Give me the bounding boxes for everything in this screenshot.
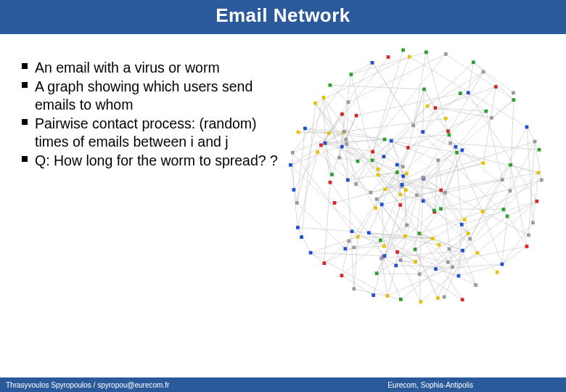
bullet-marker-icon (22, 82, 28, 88)
svg-line-300 (473, 62, 513, 100)
svg-rect-342 (369, 191, 372, 195)
bullet-text: An email with a virus or worm (35, 60, 220, 75)
svg-rect-458 (472, 60, 475, 64)
svg-rect-380 (371, 158, 374, 162)
svg-rect-403 (355, 114, 358, 118)
svg-line-50 (402, 163, 483, 187)
svg-line-245 (382, 258, 388, 296)
svg-rect-455 (408, 55, 411, 59)
svg-rect-382 (490, 116, 493, 120)
slide-title: Email Network (216, 4, 350, 26)
svg-line-237 (401, 205, 463, 299)
svg-rect-362 (346, 179, 350, 182)
svg-line-122 (330, 85, 348, 102)
svg-rect-450 (328, 83, 332, 87)
svg-line-298 (473, 62, 513, 93)
svg-line-149 (311, 237, 358, 253)
svg-rect-411 (399, 258, 403, 262)
svg-rect-347 (434, 267, 438, 271)
svg-line-226 (533, 173, 538, 223)
svg-rect-447 (303, 127, 307, 131)
slide: Email Network An email with a virus or w… (0, 0, 566, 392)
svg-rect-396 (350, 229, 354, 233)
svg-rect-398 (327, 131, 331, 135)
bullet-text: Pairwise contact process: (random) times… (35, 115, 257, 149)
svg-rect-407 (434, 106, 438, 110)
svg-rect-393 (448, 133, 451, 136)
svg-rect-459 (482, 70, 485, 74)
svg-rect-456 (424, 51, 428, 54)
svg-rect-415 (439, 189, 443, 192)
svg-line-119 (387, 266, 396, 296)
svg-line-201 (470, 165, 511, 239)
svg-rect-405 (439, 207, 443, 211)
svg-line-279 (330, 85, 424, 89)
svg-rect-321 (347, 240, 350, 243)
svg-rect-350 (343, 247, 347, 250)
svg-rect-372 (347, 100, 350, 104)
svg-line-100 (417, 111, 486, 195)
svg-rect-392 (404, 188, 408, 192)
svg-rect-416 (354, 182, 358, 186)
svg-rect-417 (405, 224, 409, 227)
svg-line-258 (298, 227, 311, 253)
svg-line-129 (446, 150, 462, 193)
svg-line-15 (483, 180, 541, 211)
svg-rect-311 (459, 91, 462, 95)
svg-rect-367 (422, 88, 426, 91)
svg-rect-388 (455, 151, 459, 155)
svg-rect-317 (436, 158, 440, 162)
svg-rect-381 (463, 218, 467, 221)
svg-line-217 (486, 111, 502, 180)
svg-rect-431 (436, 296, 440, 300)
footer-author: Thrasyvoulos Spyropoulos / spyropou@eure… (6, 381, 169, 389)
svg-line-16 (483, 211, 502, 264)
svg-rect-427 (496, 271, 499, 274)
svg-rect-435 (372, 293, 375, 297)
svg-rect-436 (352, 287, 356, 291)
svg-line-244 (387, 267, 452, 296)
svg-rect-322 (382, 245, 386, 248)
svg-line-294 (468, 62, 473, 93)
svg-line-276 (324, 97, 325, 143)
svg-rect-441 (296, 226, 300, 229)
svg-rect-404 (319, 144, 323, 147)
title-bar: Email Network (0, 0, 566, 34)
svg-rect-319 (457, 274, 461, 278)
svg-line-278 (324, 97, 378, 174)
svg-rect-432 (419, 300, 422, 303)
svg-rect-373 (316, 150, 319, 154)
svg-line-250 (348, 180, 354, 289)
svg-rect-420 (345, 138, 348, 142)
svg-line-288 (426, 52, 449, 135)
svg-rect-457 (444, 52, 448, 56)
svg-rect-386 (414, 260, 417, 264)
svg-rect-346 (379, 239, 382, 242)
svg-rect-336 (377, 173, 380, 177)
bullet-marker-icon (22, 63, 28, 69)
bullet-item: A graph showing which users send emails … (22, 78, 283, 113)
svg-rect-357 (421, 130, 424, 134)
svg-line-286 (373, 57, 410, 152)
svg-rect-344 (380, 257, 383, 261)
network-graph-container (283, 59, 553, 171)
svg-rect-324 (383, 138, 387, 142)
svg-rect-329 (502, 208, 506, 211)
svg-line-170 (298, 227, 352, 231)
svg-rect-438 (322, 261, 326, 265)
svg-rect-356 (421, 176, 424, 179)
svg-line-253 (324, 182, 330, 263)
svg-line-34 (441, 209, 504, 210)
svg-line-7 (406, 108, 435, 173)
svg-rect-315 (383, 187, 387, 191)
svg-rect-408 (374, 206, 377, 210)
svg-rect-426 (501, 263, 504, 266)
svg-rect-461 (512, 91, 515, 95)
svg-rect-355 (401, 174, 405, 178)
bullet-marker-icon (22, 156, 28, 162)
svg-line-246 (374, 205, 401, 295)
svg-rect-383 (403, 234, 407, 238)
svg-line-0 (460, 94, 485, 112)
svg-rect-371 (394, 264, 398, 267)
svg-rect-318 (398, 203, 402, 207)
